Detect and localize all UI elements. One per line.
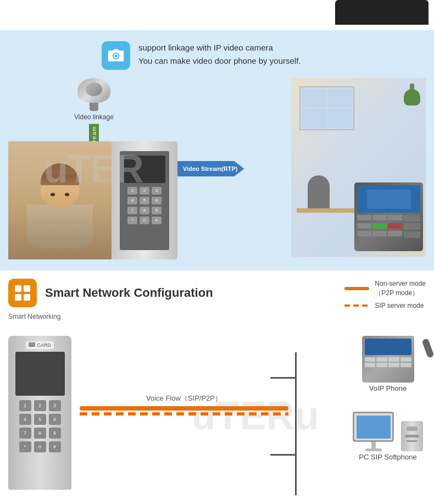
voip-key-8 [400,363,411,367]
dome-camera-mount [90,103,98,111]
net-key-1: 1 [19,400,31,411]
network-section: Smart Network Configuration Non-server m… [0,270,434,504]
net-key-star: * [19,441,31,452]
right-office-photo [291,78,426,257]
video-header-text: support linkage with IP video camera You… [138,41,301,68]
network-title: Smart Network Configuration [45,286,213,300]
camera-icon-box [102,41,130,70]
dome-camera-body [77,78,110,103]
intercom-screen [124,156,165,183]
legend-solid-item: Non-server mode （P2P mode） [344,279,426,298]
top-section [0,0,434,30]
voip-phone-container: VoIP Phone [362,336,414,392]
card-icon [29,342,35,348]
net-key-3: 3 [49,400,61,411]
voip-key-5 [365,363,376,367]
intercom-left-keypad: 1 2 3 4 5 6 7 8 9 * 0 # [19,400,61,452]
key-6: 6 [152,197,162,204]
network-content: uTERu CARD 1 2 3 4 5 6 7 8 9 [8,325,426,504]
key-star: * [127,217,137,224]
h-line-pc [270,454,295,456]
pc-row [353,412,423,451]
net-key-8: 8 [34,428,46,439]
intercom-left-device: CARD 1 2 3 4 5 6 7 8 9 * 0 # [8,336,71,490]
key-1: 1 [127,187,137,195]
flow-line-dashed [80,412,288,416]
grid-cell-2 [24,285,30,292]
grid-cell-1 [15,285,21,292]
flow-line-solid [80,406,288,411]
legend-solid-line [344,287,369,290]
top-device [335,0,429,25]
card-label: CARD [26,341,54,349]
person-photo [8,141,112,259]
key-0: 0 [140,217,149,224]
key-7: 7 [127,207,137,214]
net-key-6: 6 [49,414,61,425]
key-3: 3 [152,187,162,195]
voip-phone-keys [365,357,411,367]
smart-networking-label: Smart Networking [8,313,426,320]
pc-base [365,448,382,451]
net-key-7: 7 [19,428,31,439]
voice-flow-label: Voice Flow（SIP/P2P） [146,394,222,403]
legend-area: Non-server mode （P2P mode） SIP server mo… [344,279,426,310]
pc-container: PC SIP Softphone [353,412,423,461]
voip-key-1 [365,357,376,362]
key-4: 4 [127,197,137,204]
svg-point-2 [114,54,117,57]
grid-icon-box [8,279,37,307]
intercom-inner: 1 2 3 4 5 6 7 8 9 * 0 # [120,151,169,250]
net-key-0: 0 [34,441,46,452]
voip-phone-device [362,336,414,383]
net-key-5: 5 [34,414,46,425]
key-2: 2 [140,187,149,195]
camera-icon [107,47,125,64]
intercom-left-screen [15,352,65,396]
video-section: support linkage with IP video camera You… [0,30,434,270]
net-key-4: 4 [19,414,31,425]
devices-right-column: VoIP Phone [353,336,423,461]
voip-key-6 [376,363,387,367]
pc-stand [371,442,376,448]
header-line1: support linkage with IP video camera [138,41,301,54]
svg-rect-4 [29,342,35,347]
pc-softphone-label: PC SIP Softphone [359,453,416,461]
grid-cell-4 [24,294,30,301]
voip-key-4 [400,357,411,362]
net-key-hash: # [49,441,61,452]
rtp-label: Video Stream(RTP) [177,161,244,176]
video-linkage-label: Video linkage [74,113,114,121]
grid-icon [15,285,30,301]
pc-monitor [353,412,394,442]
h-line-voip [270,377,295,379]
pc-tower [401,421,423,451]
pc-screen [357,416,391,439]
rtp-arrow: Video Stream(RTP) [177,161,244,176]
network-header: Smart Network Configuration [8,279,213,307]
key-8: 8 [140,207,149,214]
legend-dashed-line [344,304,369,307]
grid-cell-3 [15,294,21,301]
voip-key-2 [376,357,387,362]
legend-dashed-label: SIP server mode [375,302,424,309]
vertical-connection-line [295,352,297,495]
net-key-9: 9 [49,428,61,439]
svg-point-3 [120,52,122,54]
key-hash: # [152,217,162,224]
legend-dashed-item: SIP server mode [344,302,424,309]
video-linkage-area: Video linkage Video Stream [8,78,426,259]
legend-solid-label: Non-server mode （P2P mode） [375,279,426,298]
header-line2: You can make video door phone by yoursel… [138,54,301,68]
voip-key-7 [388,363,399,367]
voip-phone-label: VoIP Phone [369,384,407,392]
voice-flow-area: Voice Flow（SIP/P2P） [80,394,288,416]
net-key-2: 2 [34,400,46,411]
key-9: 9 [152,207,162,214]
intercom-keypad: 1 2 3 4 5 6 7 8 9 * 0 # [127,187,162,224]
voip-key-3 [388,357,399,362]
network-header-row: Smart Network Configuration Non-server m… [8,279,426,310]
intercom-device-center: 1 2 3 4 5 6 7 8 9 * 0 # [112,141,177,259]
voip-phone-screen [365,339,411,355]
video-header: support linkage with IP video camera You… [102,41,426,70]
